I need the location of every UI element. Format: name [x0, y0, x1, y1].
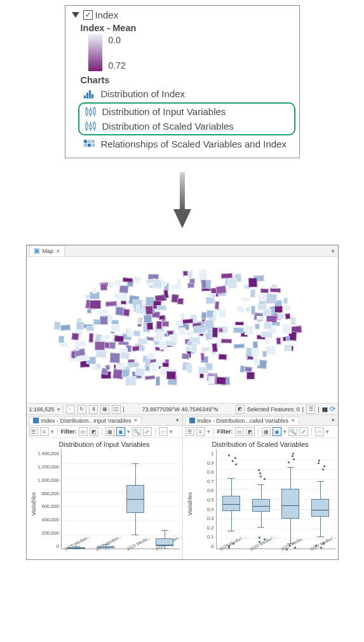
- y-axis-label: Variables: [29, 449, 38, 558]
- catalog-icon[interactable]: ☰: [306, 405, 315, 414]
- clear-icon[interactable]: ▦: [105, 427, 114, 436]
- close-icon[interactable]: ✕: [291, 418, 295, 423]
- map-view[interactable]: [27, 257, 338, 403]
- scatter-matrix-icon: [83, 139, 96, 149]
- map-tab-icon: [34, 248, 40, 254]
- svg-rect-10: [93, 108, 95, 114]
- plot-area-scaled[interactable]: 2020 Median...2022 Median...2022 Media..…: [216, 449, 335, 549]
- snap-icon[interactable]: ◫: [112, 405, 121, 414]
- chart-pane-input-variables: Index - Distribution...Input Variables ✕…: [27, 415, 182, 559]
- svg-rect-0: [84, 95, 86, 99]
- svg-rect-32: [33, 418, 39, 423]
- svg-rect-19: [93, 123, 95, 128]
- boxplot-icon: [189, 418, 195, 423]
- chart-item-distribution-of-index[interactable]: Distribution of Index: [81, 86, 293, 101]
- svg-marker-29: [173, 209, 191, 228]
- callout-highlight: Distribution of Input Variables Distribu…: [78, 102, 295, 135]
- plot-area-input[interactable]: 2020 Median...2022 Median...2022 Media..…: [61, 449, 180, 549]
- color-ramp-swatch: [88, 34, 102, 71]
- zoom-icon[interactable]: 🔍: [288, 427, 297, 436]
- svg-rect-26: [88, 144, 91, 147]
- map-scale[interactable]: 1:166,525: [29, 406, 55, 413]
- filter-label: Filter:: [217, 428, 233, 435]
- selected-features-label: Selected Features: 0: [247, 406, 300, 413]
- chart-item-distribution-input-variables[interactable]: Distribution of Input Variables: [82, 104, 292, 119]
- ramp-max-label: 0.72: [109, 60, 126, 71]
- svg-rect-13: [86, 123, 88, 129]
- properties-icon[interactable]: ☰: [185, 427, 194, 436]
- select-icon[interactable]: ▣: [116, 427, 125, 436]
- chart-item-label: Relationships of Scaled Variables and In…: [101, 139, 286, 149]
- chart-item-distribution-scaled-variables[interactable]: Distribution of Scaled Variables: [82, 119, 292, 133]
- chart-title: Distribution of Scaled Variables: [183, 438, 338, 449]
- axes-icon[interactable]: ≡: [40, 427, 49, 436]
- zoom-icon[interactable]: 🔍: [132, 427, 141, 436]
- svg-rect-25: [84, 144, 87, 147]
- app-window: Map ✕ ▾ 1:166,525 ▾ · ↻ ⏸ ▦ ◫ | 73.89770…: [26, 245, 339, 560]
- refresh-icon[interactable]: ⟳: [330, 405, 335, 413]
- boxplot-icon: [84, 121, 97, 132]
- boxplot-icon: [33, 418, 39, 423]
- close-icon[interactable]: ✕: [56, 249, 60, 254]
- svg-rect-28: [180, 172, 185, 210]
- svg-rect-24: [91, 140, 95, 143]
- map-tab[interactable]: Map ✕: [29, 245, 65, 256]
- chevron-down-icon[interactable]: ▾: [328, 417, 338, 423]
- chart-tab-label: Index - Distribution...Input Variables: [41, 418, 131, 424]
- chart-title: Distribution of Input Variables: [27, 438, 182, 449]
- svg-rect-23: [88, 140, 91, 143]
- chart-item-label: Distribution of Index: [101, 88, 185, 99]
- map-tab-label: Map: [43, 248, 54, 254]
- properties-icon[interactable]: ☰: [29, 427, 38, 436]
- filter-extent-icon[interactable]: ▭: [235, 427, 244, 436]
- layer-row[interactable]: ✓ Index: [72, 10, 293, 20]
- svg-rect-31: [35, 249, 39, 253]
- svg-rect-22: [84, 140, 87, 143]
- layer-name: Index: [95, 10, 119, 20]
- pause-draw-icon[interactable]: ⏸: [89, 405, 98, 414]
- filter-selection-icon[interactable]: ◩: [246, 427, 255, 436]
- symbology-title: Index - Mean: [81, 23, 293, 33]
- chart-item-label: Distribution of Input Variables: [102, 106, 226, 117]
- full-extent-icon[interactable]: ⤢: [143, 427, 152, 436]
- visibility-checkbox[interactable]: ✓: [83, 10, 93, 20]
- more-icon[interactable]: ⋯: [315, 427, 324, 436]
- x-categories: 2020 Median...2022 Median...2022 Media..…: [217, 549, 335, 557]
- map-tab-row: Map ✕ ▾: [27, 245, 338, 257]
- contents-panel: ✓ Index Index - Mean 0.0 0.72 Charts Dis…: [65, 5, 300, 158]
- svg-rect-4: [86, 109, 88, 114]
- chart-tab-scaled-variables[interactable]: Index - Distribution...caled Variables ✕: [185, 416, 299, 425]
- y-axis-label: Variables: [185, 449, 194, 558]
- clear-icon[interactable]: ▦: [262, 427, 271, 436]
- pause-icon[interactable]: ▮▮: [322, 406, 327, 413]
- close-icon[interactable]: ✕: [133, 418, 138, 423]
- color-ramp: 0.0 0.72: [88, 34, 293, 71]
- disclosure-triangle-icon[interactable]: [72, 12, 79, 18]
- svg-rect-2: [89, 90, 91, 99]
- chart-item-label: Distribution of Scaled Variables: [102, 121, 234, 132]
- select-icon[interactable]: ▣: [273, 427, 281, 436]
- axes-icon[interactable]: ≡: [196, 427, 205, 436]
- ramp-min-label: 0.0: [109, 35, 126, 45]
- filter-selection-icon[interactable]: ◩: [90, 427, 98, 436]
- chart-tab-label: Index - Distribution...caled Variables: [198, 418, 288, 424]
- chevron-down-icon[interactable]: ▾: [173, 417, 182, 423]
- svg-rect-1: [86, 93, 88, 99]
- selection-icon[interactable]: ◩: [236, 405, 245, 414]
- y-axis-ticks: 10.90.80.70.60.50.40.30.20.10: [194, 449, 216, 558]
- svg-rect-16: [90, 125, 91, 129]
- chevron-down-icon[interactable]: ▾: [328, 248, 338, 254]
- more-icon[interactable]: ⋯: [159, 427, 168, 436]
- full-extent-icon[interactable]: ⤢: [299, 427, 308, 436]
- chart-toolbar: ☰ ≡ ▾ Filter: ▭ ◩ ▦ ▣ ▾ 🔍 ⤢ ⋯ ▾: [27, 426, 182, 438]
- chart-pane-scaled-variables: Index - Distribution...caled Variables ✕…: [182, 415, 338, 559]
- grid-icon[interactable]: ▦: [100, 405, 109, 414]
- rotation-icon[interactable]: ↻: [78, 405, 86, 414]
- chart-item-relationships[interactable]: Relationships of Scaled Variables and In…: [81, 137, 293, 151]
- x-categories: 2020 Median...2022 Median...2022 Media..…: [62, 549, 180, 557]
- chart-tab-input-variables[interactable]: Index - Distribution...Input Variables ✕: [29, 416, 142, 425]
- scale-lock-icon[interactable]: ·: [66, 405, 75, 414]
- chart-panes: Index - Distribution...Input Variables ✕…: [27, 414, 338, 559]
- charts-header: Charts: [81, 75, 293, 85]
- filter-extent-icon[interactable]: ▭: [79, 427, 88, 436]
